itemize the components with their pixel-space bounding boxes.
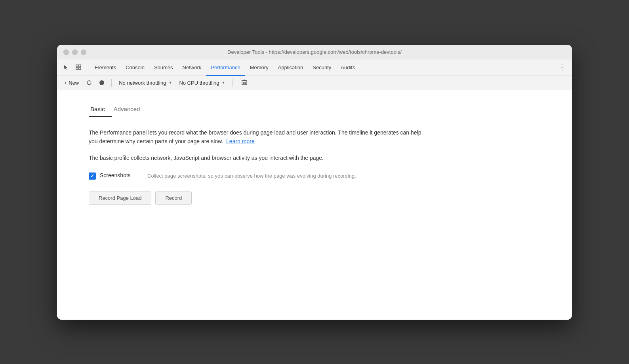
network-throttling-dropdown[interactable]: No network throttling ▼: [116, 79, 174, 87]
tab-console[interactable]: Console: [121, 60, 149, 76]
toolbar: + New No network throttling ▼ No CPU thr…: [57, 76, 572, 90]
svg-rect-2: [76, 68, 78, 70]
tab-icon-group: [60, 59, 88, 76]
record-dot: [99, 80, 104, 85]
separator-2: [232, 79, 233, 87]
tab-elements[interactable]: Elements: [90, 60, 121, 76]
trash-icon: [241, 79, 248, 85]
tab-security[interactable]: Security: [308, 60, 336, 76]
tab-memory[interactable]: Memory: [245, 60, 273, 76]
separator-1: [111, 79, 112, 87]
inner-tabs: Basic Advanced: [89, 102, 540, 117]
traffic-lights: [63, 49, 86, 55]
window-title: Developer Tools - https://developers.goo…: [227, 49, 402, 55]
new-button[interactable]: + New: [62, 79, 81, 87]
layers-icon[interactable]: [73, 62, 84, 73]
record-stop-button[interactable]: [97, 79, 107, 86]
cpu-throttling-arrow: ▼: [222, 81, 225, 85]
cpu-throttling-dropdown[interactable]: No CPU throttling ▼: [177, 79, 227, 87]
reload-button[interactable]: [84, 78, 95, 87]
tab-audits[interactable]: Audits: [336, 60, 360, 76]
inner-tab-basic[interactable]: Basic: [89, 102, 112, 117]
checkbox-check-icon: ✓: [90, 173, 94, 179]
inner-tab-advanced[interactable]: Advanced: [112, 102, 147, 117]
description-2: The basic profile collects network, Java…: [89, 154, 429, 162]
tab-sources[interactable]: Sources: [149, 60, 178, 76]
tab-network[interactable]: Network: [178, 60, 206, 76]
tab-performance[interactable]: Performance: [206, 60, 245, 76]
record-page-load-button[interactable]: Record Page Load: [89, 191, 151, 205]
cpu-throttling-label: No CPU throttling: [179, 80, 219, 86]
new-label: + New: [64, 80, 79, 86]
close-button[interactable]: [63, 49, 69, 55]
clear-button[interactable]: [239, 78, 250, 88]
screenshots-description: Collect page screenshots, so you can obs…: [147, 172, 356, 180]
network-throttling-arrow: ▼: [168, 81, 172, 85]
screenshots-row: ✓ Screenshots Collect page screenshots, …: [89, 172, 540, 180]
devtools-window: Developer Tools - https://developers.goo…: [57, 45, 572, 320]
minimize-button[interactable]: [72, 49, 78, 55]
learn-more-link[interactable]: Learn more: [226, 138, 255, 144]
svg-rect-1: [79, 65, 81, 67]
cursor-icon[interactable]: [60, 62, 71, 73]
title-bar: Developer Tools - https://developers.goo…: [57, 45, 572, 59]
record-button[interactable]: Record: [155, 191, 192, 205]
description-1: The Performance panel lets you record wh…: [89, 128, 429, 146]
tabs-list: Elements Console Sources Network Perform…: [90, 59, 555, 76]
reload-icon: [86, 80, 92, 86]
maximize-button[interactable]: [81, 49, 86, 55]
screenshots-label: Screenshots: [100, 172, 143, 178]
tab-application[interactable]: Application: [273, 60, 308, 76]
more-tabs-button[interactable]: ⋮: [555, 64, 569, 71]
tab-bar: Elements Console Sources Network Perform…: [57, 59, 572, 76]
main-content: Basic Advanced The Performance panel let…: [57, 90, 572, 320]
action-buttons: Record Page Load Record: [89, 191, 540, 205]
screenshots-checkbox[interactable]: ✓: [89, 173, 96, 180]
devtools-panel: Elements Console Sources Network Perform…: [57, 59, 572, 320]
network-throttling-label: No network throttling: [119, 80, 166, 86]
svg-rect-0: [76, 65, 78, 67]
svg-rect-3: [79, 68, 81, 70]
